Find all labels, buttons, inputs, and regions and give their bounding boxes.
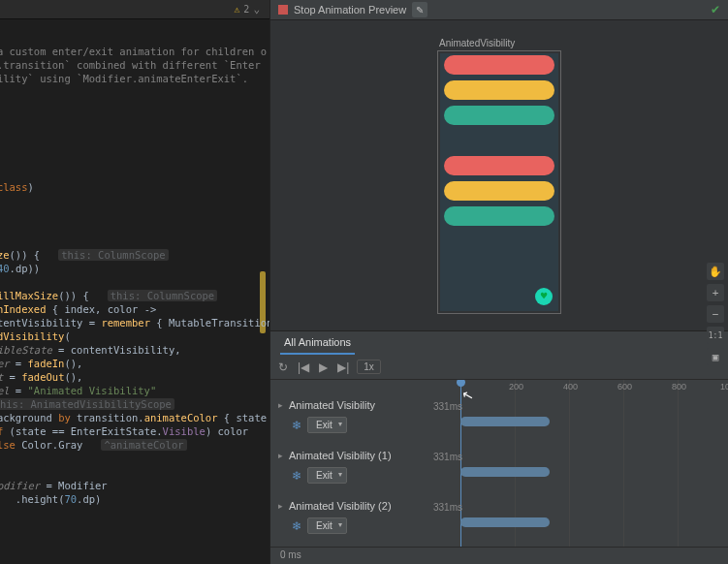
editor-inspection-bar: ⚠ 2 ⌄ — [0, 0, 269, 19]
tool-header: Stop Animation Preview ✎ ✔ — [270, 0, 728, 20]
preview-frame: ♥ — [437, 50, 561, 314]
phone-surface: ♥ — [440, 53, 558, 311]
animation-clip[interactable] — [460, 467, 550, 477]
state-select[interactable]: Exit — [307, 467, 347, 484]
track-name: Animated Visibility — [289, 399, 375, 411]
preview-bar — [444, 181, 554, 201]
build-success-icon: ✔ — [711, 3, 720, 16]
preview-label: AnimatedVisibility — [437, 38, 561, 48]
animation-clip[interactable] — [460, 517, 550, 527]
preview-bar — [444, 206, 554, 226]
timeline[interactable]: 200 400 600 800 1000 ↖ ▸ Animated Visibi… — [270, 380, 728, 547]
snowflake-icon[interactable]: ❄ — [292, 519, 301, 533]
fab-heart-icon: ♥ — [535, 288, 553, 305]
edit-icon[interactable]: ✎ — [412, 2, 427, 17]
restart-icon[interactable]: ↻ — [276, 359, 290, 376]
track-name: Animated Visibility (1) — [289, 450, 392, 461]
skip-end-icon[interactable]: ▶| — [335, 359, 351, 376]
preview-bar — [440, 131, 558, 150]
chevron-right-icon[interactable]: ▸ — [278, 451, 283, 460]
inspector-toolbar: ↻ |◀ ▶ ▶| 1x — [270, 355, 728, 380]
stop-icon[interactable] — [278, 5, 288, 15]
zoom-out-icon[interactable]: − — [707, 305, 724, 323]
inspector-tabs: All Animations — [270, 331, 728, 355]
warning-icon: ⚠ — [234, 4, 239, 15]
track-duration: 331ms — [433, 452, 462, 462]
track-row: ▸ Animated Visibility ❄ Exit 331ms — [270, 395, 728, 446]
preview-bar — [444, 156, 554, 175]
state-select[interactable]: Exit — [307, 417, 347, 433]
animation-preview-tool: Stop Animation Preview ✎ ✔ AnimatedVisib… — [269, 0, 728, 564]
preview-bar — [444, 106, 554, 125]
track-duration: 331ms — [433, 401, 462, 412]
chevron-right-icon[interactable]: ▸ — [278, 400, 283, 410]
pan-icon[interactable]: ✋ — [707, 263, 724, 280]
skip-start-icon[interactable]: |◀ — [296, 359, 311, 376]
code-editor-pane[interactable]: ⚠ 2 ⌄ o create a custom enter/exit anima… — [0, 0, 269, 564]
warning-count: 2 — [243, 4, 249, 15]
timeline-ruler[interactable]: 200 400 600 800 1000 — [270, 380, 728, 395]
snowflake-icon[interactable]: ❄ — [292, 419, 301, 432]
preview-bar — [444, 55, 554, 75]
track-row: ▸ Animated Visibility (2) ❄ Exit 331ms — [270, 496, 728, 547]
tab-all-animations[interactable]: All Animations — [280, 332, 355, 355]
track-row: ▸ Animated Visibility (1) ❄ Exit 331ms — [270, 446, 728, 496]
preview-side-toolbar: ✋ + − 1:1 ▣ — [707, 263, 724, 365]
track-duration: 331ms — [433, 502, 462, 513]
animation-clip[interactable] — [460, 417, 550, 426]
zoom-in-icon[interactable]: + — [707, 284, 724, 301]
track-name: Animated Visibility (2) — [289, 500, 392, 512]
layout-icon[interactable]: ▣ — [707, 348, 724, 365]
animation-inspector: All Animations ↻ |◀ ▶ ▶| 1x 200 400 600 … — [270, 330, 728, 564]
speed-selector[interactable]: 1x — [357, 360, 381, 374]
code-body[interactable]: o create a custom enter/exit animation f… — [0, 19, 211, 519]
preview-canvas[interactable]: AnimatedVisibility ♥ ✋ + − 1:1 — [270, 20, 728, 330]
preview-bar — [440, 232, 558, 251]
zoom-reset-icon[interactable]: 1:1 — [707, 327, 724, 344]
inspection-chevron-icon: ⌄ — [253, 3, 260, 16]
snowflake-icon[interactable]: ❄ — [292, 469, 301, 483]
tool-title: Stop Animation Preview — [294, 4, 406, 16]
chevron-right-icon[interactable]: ▸ — [278, 501, 283, 511]
play-icon[interactable]: ▶ — [317, 359, 330, 376]
state-select[interactable]: Exit — [307, 517, 347, 534]
playhead-time: 0 ms — [270, 547, 728, 564]
preview-bar — [444, 80, 554, 100]
